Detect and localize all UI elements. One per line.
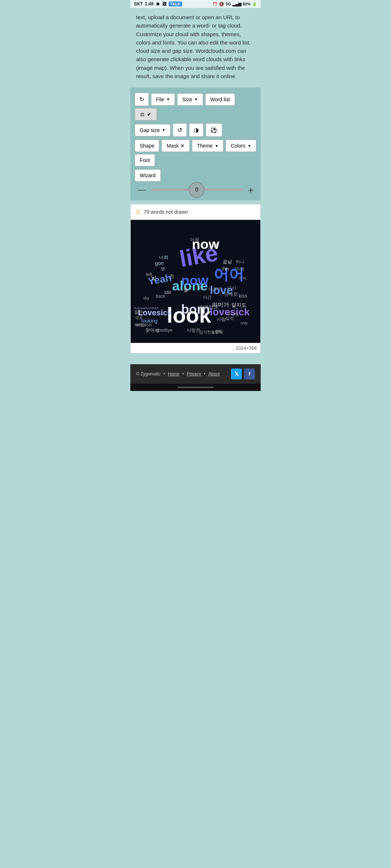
wc-word-dasi: 다시 <box>227 285 236 290</box>
wc-word-now-mid: now <box>181 273 209 288</box>
facebook-button[interactable]: f <box>244 369 255 379</box>
warning-bar: ⚠ 79 words not drawn <box>131 204 260 220</box>
shape-label: Shape <box>140 143 154 149</box>
slider-plus-button[interactable]: + <box>247 185 255 195</box>
gap-size-label: Gap size <box>140 127 160 133</box>
wc-word-saram: 사람 <box>216 316 226 322</box>
network-icon: 5G <box>226 2 231 6</box>
wc-word-nal: 날 <box>151 275 156 281</box>
wc-word-gon: gon <box>155 260 164 266</box>
signal-bars: ▂▄▆ <box>232 2 241 7</box>
copyright: © Zygomatic <box>136 371 161 376</box>
status-bar: SKT 1:49 ⏺ 🖼 TALK ⏰ 🔇 5G ▂▄▆ 80% 🔋 <box>130 0 261 8</box>
balance-icon: ⚖ <box>140 111 145 117</box>
theme-dropdown-icon: ▼ <box>215 144 219 148</box>
talk-icon: TALK <box>169 1 182 7</box>
toolbar-row-4: Wizard <box>135 169 256 182</box>
description-text: text, upload a document or open an URL t… <box>136 13 255 80</box>
warning-text: 79 words not drawn <box>144 209 188 215</box>
balance-check-button[interactable]: ⚖ ✔ <box>135 108 157 120</box>
rotate-button[interactable]: ↺ <box>173 123 187 137</box>
warning-icon: ⚠ <box>135 208 141 216</box>
nav-bar <box>130 384 261 391</box>
globe-button[interactable]: ⚽ <box>206 123 222 137</box>
wordcloud-container: like now alone 어어 love now Yeah look lov… <box>131 220 260 343</box>
record-icon: ⏺ <box>156 1 160 7</box>
size-dropdown-icon: ▼ <box>194 97 198 101</box>
wc-word-dago: 다고 <box>209 287 216 291</box>
size-button[interactable]: Size ▼ <box>177 93 203 106</box>
separator-2: • <box>182 371 184 376</box>
wc-word-meotdaero: 멋대로 <box>224 292 238 297</box>
wc-word-sky: sky <box>143 296 150 300</box>
gap-size-button[interactable]: Gap size ▼ <box>135 124 171 136</box>
toolbar-row-1: ↻ File ▼ Size ▼ Word list ⚖ ✔ <box>135 93 256 120</box>
status-left: SKT 1:49 ⏺ 🖼 TALK <box>134 1 182 7</box>
wc-word-im: I'm <box>223 266 229 272</box>
size-label: Size <box>182 97 192 102</box>
cloud-dimensions: 1024×768 <box>236 345 257 351</box>
slider-row: — 0 + <box>135 185 256 195</box>
wc-word-jamkkan: 잠깐 <box>134 310 143 315</box>
wc-word-goodbye: goodbye <box>156 328 173 333</box>
check-icon: ✔ <box>147 111 151 117</box>
cloud-size-label: 1024×768 <box>131 343 260 353</box>
contrast-button[interactable]: ◑ <box>189 123 203 137</box>
wc-word-hana: 하나 <box>236 259 244 264</box>
refresh-button[interactable]: ↻ <box>135 93 149 106</box>
footer-privacy[interactable]: Privacy <box>187 371 201 376</box>
mask-close-icon[interactable]: ✕ <box>180 143 185 149</box>
wc-word-hundred: hundred <box>145 306 158 310</box>
wordcloud-svg: like now alone 어어 love now Yeah look lov… <box>131 220 260 343</box>
wc-word-imi: 이미 <box>239 276 247 280</box>
wc-word-kiss: kiss <box>239 293 247 299</box>
theme-button[interactable]: Theme ▼ <box>192 140 223 152</box>
wc-word-silkeot: 실컷 <box>225 316 234 321</box>
shape-button[interactable]: Shape <box>135 140 159 152</box>
controls-panel: ↻ File ▼ Size ▼ Word list ⚖ ✔ Gap size ▼… <box>130 88 261 200</box>
wc-word-chaero: 채로 <box>135 315 143 320</box>
wc-word-ill: I'll <box>214 243 219 248</box>
separator-1: • <box>164 371 165 376</box>
mute-icon: 🔇 <box>219 2 224 7</box>
footer-home[interactable]: Home <box>168 371 180 376</box>
slider-track: 0 <box>151 189 243 191</box>
mask-button[interactable]: Mask ✕ <box>161 140 189 152</box>
footer-links: © Zygomatic • Home • Privacy • About <box>136 371 220 376</box>
wc-word-karma: Karma <box>134 306 145 310</box>
wordlist-button[interactable]: Word list <box>205 93 235 106</box>
wc-word-sun: 순 <box>201 241 206 246</box>
wc-word-jeon: 전 <box>169 273 174 279</box>
wordcloud-section: ⚠ 79 words not drawn like now alone 어어 l… <box>130 204 261 353</box>
wc-word-back: back <box>156 294 165 299</box>
description-section: text, upload a document or open an URL t… <box>130 8 261 88</box>
file-button[interactable]: File ▼ <box>151 93 175 106</box>
alarm-icon: ⏰ <box>213 2 218 7</box>
spacer <box>130 353 261 364</box>
wc-word-sarangeun: 사랑은 <box>186 327 201 333</box>
footer-about[interactable]: About <box>209 371 220 376</box>
twitter-button[interactable]: 𝕏 <box>231 369 242 379</box>
wc-word-set: 셋 <box>160 266 165 272</box>
wc-word-dol: 돌 <box>184 287 188 293</box>
footer-social: 𝕏 f <box>231 369 255 379</box>
wc-word-neohee: 너희 <box>159 255 168 260</box>
slider-minus-button[interactable]: — <box>136 186 147 194</box>
battery: 80% <box>243 2 251 6</box>
separator-3: • <box>204 371 205 376</box>
wc-word-still: still <box>164 290 171 295</box>
status-right: ⏰ 🔇 5G ▂▄▆ 80% 🔋 <box>213 2 257 7</box>
wc-word-ije: 이제 <box>235 266 244 272</box>
wc-word-ne: 네 <box>208 246 213 251</box>
colors-label: Colors <box>231 143 245 149</box>
font-label: Font <box>140 157 150 163</box>
toolbar-row-2: Gap size ▼ ↺ ◑ ⚽ <box>135 123 256 137</box>
home-indicator <box>177 387 214 388</box>
file-dropdown-icon: ▼ <box>167 97 170 101</box>
wc-word-apeum: 아픔 <box>190 237 199 242</box>
font-button[interactable]: Font <box>135 154 155 166</box>
wizard-button[interactable]: Wizard <box>135 169 161 182</box>
toolbar-row-3: Shape Mask ✕ Theme ▼ Colors ▼ Font <box>135 140 256 166</box>
wc-word-iljido: 일지도 <box>231 302 247 308</box>
colors-button[interactable]: Colors ▼ <box>226 140 256 152</box>
